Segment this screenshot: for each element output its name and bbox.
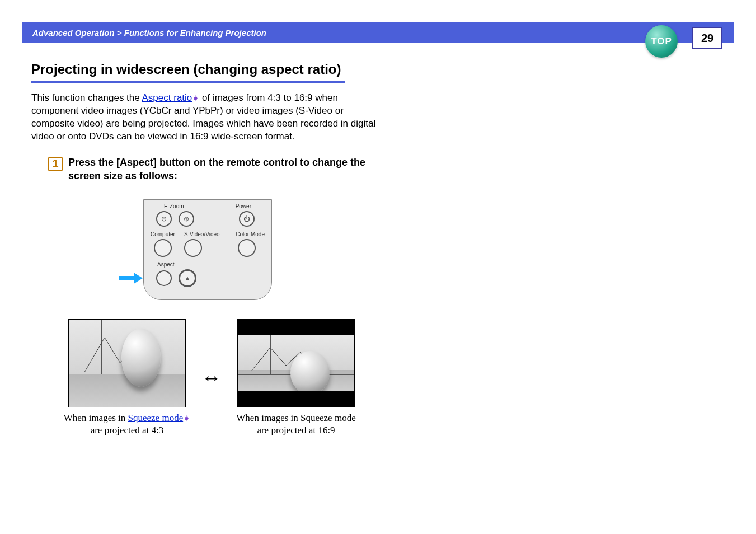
letterbox-top <box>238 320 354 335</box>
letterbox-bottom <box>238 391 354 407</box>
label-svideo: S-Video/Video <box>184 231 220 237</box>
squeeze-mode-link[interactable]: Squeeze mode <box>128 413 184 423</box>
egg-16-9 <box>290 351 330 395</box>
label-computer: Computer <box>151 231 175 237</box>
caption-4-3-post: are projected at 4:3 <box>91 425 164 435</box>
colormode-button <box>238 239 256 257</box>
scene-4-3 <box>69 320 185 407</box>
up-button: ▲ <box>179 269 196 287</box>
glossary-icon[interactable]: ➧ <box>184 414 190 424</box>
pointer-arrow-icon <box>119 274 144 283</box>
computer-button <box>154 239 172 257</box>
label-ezoom: E-Zoom <box>164 203 184 209</box>
caption-16-9: When images in Squeeze mode are projecte… <box>232 412 360 436</box>
caption-4-3: When images in Squeeze mode➧ are project… <box>63 412 191 436</box>
label-colormode: Color Mode <box>236 231 265 237</box>
image-4-3 <box>68 319 186 407</box>
step-1: 1 Press the [Aspect] button on the remot… <box>48 156 384 183</box>
panel-4-3: When images in Squeeze mode➧ are project… <box>63 319 191 436</box>
aspect-comparison: When images in Squeeze mode➧ are project… <box>63 319 725 436</box>
label-aspect: Aspect <box>157 261 175 268</box>
section-title: Projecting in widescreen (changing aspec… <box>31 62 345 83</box>
intro-text-pre: This function changes the <box>31 92 142 103</box>
top-button[interactable]: TOP <box>645 25 678 58</box>
image-16-9 <box>237 319 355 407</box>
scene-16-9 <box>238 335 354 391</box>
double-arrow-icon: ↔ <box>201 366 222 390</box>
ezoom-minus-button: ⊖ <box>156 211 172 227</box>
remote-body: E-Zoom Power Computer S-Video/Video Colo… <box>143 199 272 300</box>
aspect-ratio-link[interactable]: Aspect ratio <box>142 92 192 103</box>
aspect-button <box>156 270 172 286</box>
ezoom-plus-button: ⊕ <box>179 211 194 227</box>
header-bar: Advanced Operation > Functions for Enhan… <box>22 22 734 43</box>
svideo-button <box>184 239 202 257</box>
panel-16-9: When images in Squeeze mode are projecte… <box>232 319 360 436</box>
label-power: Power <box>236 203 251 209</box>
breadcrumb: Advanced Operation > Functions for Enhan… <box>32 28 266 38</box>
step-number-badge: 1 <box>48 157 63 171</box>
power-button: ⏻ <box>239 211 255 227</box>
intro-paragraph: This function changes the Aspect ratio➧ … <box>31 92 378 143</box>
content-area: Projecting in widescreen (changing aspec… <box>31 62 725 436</box>
remote-illustration: E-Zoom Power Computer S-Video/Video Colo… <box>143 199 272 300</box>
egg-4-3 <box>121 329 161 387</box>
caption-4-3-pre: When images in <box>64 413 128 423</box>
step-instruction: Press the [Aspect] button on the remote … <box>68 156 384 183</box>
glossary-icon[interactable]: ➧ <box>192 93 199 104</box>
page-number: 29 <box>692 27 722 49</box>
